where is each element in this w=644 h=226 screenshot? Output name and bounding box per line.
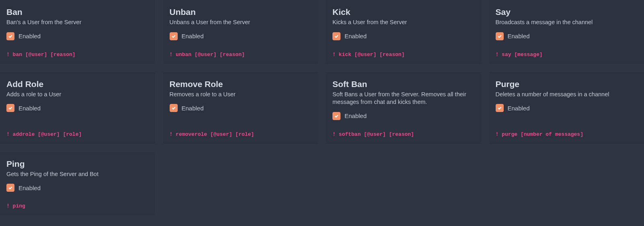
enabled-checkbox[interactable] xyxy=(332,112,340,120)
enabled-toggle-row: Enabled xyxy=(6,32,149,40)
check-icon xyxy=(497,106,502,110)
enabled-label: Enabled xyxy=(182,105,204,112)
card-title: Purge xyxy=(496,79,638,89)
command-card-unban: Unban Unbans a User from the Server Enab… xyxy=(163,0,318,64)
check-icon xyxy=(171,106,176,110)
card-title: Soft Ban xyxy=(332,79,475,89)
enabled-checkbox[interactable] xyxy=(6,32,14,40)
command-syntax: ! softban [@user] [reason] xyxy=(332,131,475,137)
card-description: Soft Bans a User from the Server. Remove… xyxy=(332,91,475,106)
enabled-checkbox[interactable] xyxy=(6,104,14,112)
command-card-ban: Ban Ban's a User from the Server Enabled… xyxy=(0,0,155,64)
enabled-toggle-row: Enabled xyxy=(170,32,312,40)
enabled-toggle-row: Enabled xyxy=(6,104,149,112)
check-icon xyxy=(334,114,339,118)
enabled-checkbox[interactable] xyxy=(496,104,504,112)
enabled-label: Enabled xyxy=(345,33,367,39)
card-description: Unbans a User from the Server xyxy=(170,19,312,27)
card-title: Remove Role xyxy=(170,79,312,89)
command-card-softban: Soft Ban Soft Bans a User from the Serve… xyxy=(326,72,481,144)
card-description: Kicks a User from the Server xyxy=(332,19,475,27)
check-icon xyxy=(497,34,502,39)
enabled-toggle-row: Enabled xyxy=(332,112,475,120)
card-title: Ban xyxy=(6,7,149,17)
enabled-checkbox[interactable] xyxy=(170,104,178,112)
card-description: Removes a role to a User xyxy=(170,91,312,99)
check-icon xyxy=(334,34,339,39)
command-syntax: ! kick [@user] [reason] xyxy=(332,52,475,58)
enabled-label: Enabled xyxy=(18,105,41,112)
card-description: Gets the Ping of the Server and Bot xyxy=(6,170,149,178)
check-icon xyxy=(8,185,13,190)
check-icon xyxy=(8,106,13,110)
card-description: Adds a role to a User xyxy=(6,91,149,99)
card-description: Deletes a number of messages in a channe… xyxy=(496,91,638,99)
enabled-checkbox[interactable] xyxy=(6,184,14,192)
check-icon xyxy=(8,34,13,39)
command-syntax: ! say [message] xyxy=(496,52,638,58)
enabled-toggle-row: Enabled xyxy=(496,32,638,40)
enabled-checkbox[interactable] xyxy=(496,32,504,40)
card-title: Say xyxy=(496,7,638,17)
enabled-label: Enabled xyxy=(182,33,204,39)
command-card-removerole: Remove Role Removes a role to a User Ena… xyxy=(163,72,318,144)
command-syntax: ! addrole [@user] [role] xyxy=(6,131,149,137)
enabled-label: Enabled xyxy=(345,112,367,119)
check-icon xyxy=(171,34,176,39)
command-card-ping: Ping Gets the Ping of the Server and Bot… xyxy=(0,152,155,216)
card-title: Kick xyxy=(332,7,475,17)
enabled-toggle-row: Enabled xyxy=(496,104,638,112)
enabled-label: Enabled xyxy=(18,185,41,191)
command-card-purge: Purge Deletes a number of messages in a … xyxy=(489,72,644,144)
command-card-say: Say Broadcasts a message in the channel … xyxy=(489,0,644,64)
enabled-label: Enabled xyxy=(508,105,530,112)
command-syntax: ! unban [@user] [reason] xyxy=(170,52,312,58)
card-title: Unban xyxy=(170,7,312,17)
enabled-checkbox[interactable] xyxy=(332,32,340,40)
card-description: Ban's a User from the Server xyxy=(6,19,149,27)
command-syntax: ! ban [@user] [reason] xyxy=(6,52,149,58)
enabled-label: Enabled xyxy=(18,33,41,39)
command-card-kick: Kick Kicks a User from the Server Enable… xyxy=(326,0,481,64)
enabled-label: Enabled xyxy=(508,33,530,39)
command-syntax: ! purge [number of messages] xyxy=(496,131,638,137)
command-syntax: ! ping xyxy=(6,203,149,209)
enabled-toggle-row: Enabled xyxy=(332,32,475,40)
enabled-toggle-row: Enabled xyxy=(6,184,149,192)
command-card-addrole: Add Role Adds a role to a User Enabled !… xyxy=(0,72,155,144)
enabled-toggle-row: Enabled xyxy=(170,104,312,112)
card-title: Add Role xyxy=(6,79,149,89)
command-syntax: ! removerole [@user] [role] xyxy=(170,131,312,137)
command-grid: Ban Ban's a User from the Server Enabled… xyxy=(0,0,644,216)
enabled-checkbox[interactable] xyxy=(170,32,178,40)
card-description: Broadcasts a message in the channel xyxy=(496,19,638,27)
card-title: Ping xyxy=(6,159,149,169)
